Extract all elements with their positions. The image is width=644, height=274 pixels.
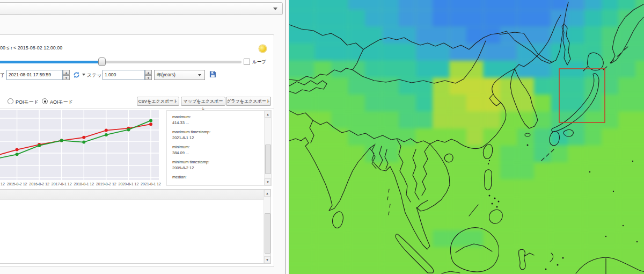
coastline — [611, 4, 643, 63]
data-point — [16, 153, 19, 156]
island-dots — [488, 145, 638, 270]
coastline — [457, 69, 515, 149]
refresh-icon — [73, 71, 80, 78]
chart-x-axis: 2014-8-2 122015-8-2 122016-8-2 122017-8-… — [0, 182, 166, 189]
x-tick-label: 2016-8-2 12 — [29, 182, 49, 186]
export-map-button[interactable]: マップをエクスポート — [181, 97, 225, 106]
coastline — [529, 15, 561, 63]
coastline — [450, 228, 499, 272]
data-point — [149, 119, 152, 122]
border-path — [456, 244, 492, 253]
refresh-options-caret[interactable] — [82, 74, 85, 76]
aoi-mode-label: AOIモード — [50, 99, 73, 106]
coastline — [390, 167, 405, 213]
border-path — [289, 111, 430, 144]
spin-down-icon[interactable]: ▼ — [145, 75, 152, 80]
border-path — [397, 139, 411, 202]
x-tick-label: 2015-8-2 12 — [7, 182, 27, 186]
stat-item: minimum:384.09 ... — [172, 145, 264, 156]
scroll-up-icon[interactable]: ▲ — [264, 190, 270, 197]
timeseries-chart — [0, 110, 159, 182]
stat-item: maximum:414.33 ... — [172, 114, 264, 126]
data-point — [127, 128, 130, 131]
results-list-panel[interactable]: ▲ ▼ — [0, 189, 271, 264]
border-path — [515, 63, 529, 69]
time-slider-fill — [0, 61, 99, 63]
coastline — [483, 145, 492, 159]
coastline — [405, 207, 430, 249]
control-pane: 00 ≤ t < 2015-08-02 12:00:00 ループ 了 2021-… — [0, 0, 289, 274]
data-point — [38, 144, 41, 147]
map-view[interactable] — [289, 0, 644, 274]
data-point — [105, 133, 108, 136]
step-spinner[interactable]: ▲ ▼ — [145, 70, 152, 80]
x-tick-label: 2019-8-2 12 — [96, 182, 116, 186]
chevron-down-icon — [198, 74, 201, 76]
step-unit-select[interactable]: 年(years) — [154, 70, 205, 80]
x-tick-label: 2014-8-2 12 — [0, 182, 5, 186]
coastline — [489, 210, 503, 223]
poi-mode-radio[interactable] — [8, 98, 13, 104]
coastline — [489, 94, 501, 106]
coastline — [444, 154, 453, 162]
x-tick-label: 2018-8-1 12 — [74, 182, 94, 186]
time-slider[interactable] — [0, 61, 241, 63]
poi-mode-label: POIモード — [16, 99, 39, 106]
coastline — [485, 170, 492, 190]
coastline — [550, 131, 559, 145]
export-csv-button[interactable]: CSVをエクスポート — [137, 97, 179, 106]
list-item[interactable] — [0, 190, 264, 200]
scrollbar-thumb[interactable] — [265, 213, 270, 254]
loop-label: ループ — [252, 59, 266, 66]
scroll-up-icon[interactable]: ▲ — [265, 111, 271, 118]
border-path — [289, 49, 363, 81]
coastline — [396, 234, 434, 273]
border-path — [310, 120, 314, 143]
border-path — [353, 41, 486, 83]
end-datetime-input[interactable]: 2021-08-01 17:59:59 — [6, 70, 63, 80]
aoi-mode-radio[interactable] — [42, 98, 48, 104]
scroll-down-icon[interactable]: ▼ — [264, 256, 270, 263]
pane-divider — [285, 0, 286, 274]
coastline — [541, 149, 554, 161]
x-tick-label: 2021-8-1 12 — [141, 182, 161, 186]
spin-up-icon[interactable]: ▲ — [145, 70, 152, 75]
export-graph-button[interactable]: グラフをエクスポート — [226, 97, 271, 106]
stat-label: maximum timestamp: — [172, 129, 264, 135]
divider — [0, 108, 274, 109]
coastline — [550, 253, 553, 262]
stat-label: median: — [172, 175, 264, 181]
coastline — [576, 257, 644, 274]
coastline — [525, 133, 530, 136]
stat-item: median: — [172, 175, 264, 181]
save-button[interactable] — [209, 70, 216, 77]
coastline — [333, 212, 343, 228]
stat-value: 414.33 ... — [172, 120, 264, 126]
time-slider-handle[interactable] — [98, 57, 106, 66]
end-time-label-fragment: 了 — [0, 72, 5, 79]
end-datetime-spinner[interactable]: ▲ ▼ — [63, 70, 70, 80]
dataset-selector[interactable] — [0, 2, 283, 15]
stat-label: minimum: — [172, 145, 264, 150]
list-scrollbar[interactable]: ▲ ▼ — [264, 190, 270, 263]
statistics-text: maximum:414.33 ...maximum timestamp:2021… — [167, 111, 264, 185]
chevron-down-icon — [273, 8, 277, 10]
loop-checkbox[interactable] — [244, 59, 250, 65]
step-input[interactable]: 1.000 — [103, 70, 145, 80]
data-point — [16, 148, 19, 152]
spin-up-icon[interactable]: ▲ — [63, 70, 70, 75]
stat-item: maximum timestamp:2021-8-1 12 — [172, 129, 264, 141]
coastline — [562, 24, 570, 65]
x-tick-label: 2017-8-1 12 — [52, 182, 72, 186]
chart-canvas — [0, 110, 159, 182]
floppy-disk-icon — [209, 71, 216, 78]
spin-down-icon[interactable]: ▼ — [63, 75, 70, 80]
coastline — [442, 271, 460, 273]
sun-status-icon — [259, 45, 266, 52]
data-point — [105, 129, 108, 132]
scrollbar-thumb[interactable] — [265, 145, 271, 175]
stats-scrollbar[interactable]: ▲ ▼ — [264, 111, 271, 185]
scroll-down-icon[interactable]: ▼ — [265, 178, 271, 185]
coastline — [552, 73, 599, 132]
refresh-button[interactable] — [73, 71, 80, 78]
